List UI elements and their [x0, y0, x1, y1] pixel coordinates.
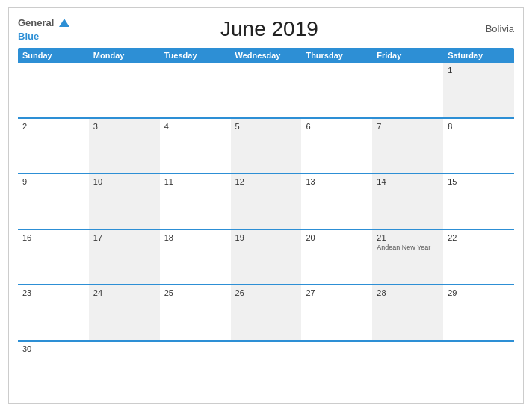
cal-cell-w4-d4: 27: [301, 285, 372, 339]
day-num-11: 11: [164, 177, 226, 186]
header-saturday: Saturday: [443, 48, 514, 63]
day-num-10: 10: [93, 177, 155, 186]
cal-cell-w5-d2: [160, 342, 231, 395]
cal-cell-w0-d0: [18, 63, 89, 117]
cal-cell-w2-d2: 11: [160, 174, 231, 228]
header-thursday: Thursday: [301, 48, 372, 63]
cal-cell-w4-d0: 23: [18, 285, 89, 339]
day-num-2: 2: [22, 122, 84, 131]
cal-cell-w1-d6: 8: [443, 119, 514, 173]
day-num-23: 23: [22, 288, 84, 297]
week-row-3: 161718192021Andean New Year22: [18, 229, 514, 284]
cal-cell-w5-d6: [443, 342, 514, 395]
day-num-15: 15: [448, 177, 510, 186]
day-num-13: 13: [306, 177, 368, 186]
day-num-21: 21: [377, 233, 439, 242]
cal-cell-w5-d0: 30: [18, 342, 89, 395]
cal-cell-w3-d1: 17: [89, 230, 160, 284]
logo-bottom: Blue: [18, 29, 69, 43]
cal-cell-w3-d2: 18: [160, 230, 231, 284]
cal-cell-w1-d2: 4: [160, 119, 231, 173]
cal-cell-w5-d1: [89, 342, 160, 395]
day-num-17: 17: [93, 233, 155, 242]
day-num-28: 28: [377, 288, 439, 297]
event-text: Andean New Year: [377, 244, 439, 251]
header-friday: Friday: [372, 48, 443, 63]
day-headers-row: Sunday Monday Tuesday Wednesday Thursday…: [18, 48, 514, 63]
cal-cell-w0-d5: [372, 63, 443, 117]
cal-cell-w1-d0: 2: [18, 119, 89, 173]
cal-cell-w0-d3: [231, 63, 302, 117]
week-row-0: 1: [18, 63, 514, 117]
cal-cell-w5-d3: [231, 342, 302, 395]
day-num-14: 14: [377, 177, 439, 186]
cal-cell-w3-d3: 19: [231, 230, 302, 284]
cal-cell-w0-d2: [160, 63, 231, 117]
weeks-container: 123456789101112131415161718192021Andean …: [18, 63, 514, 395]
day-num-3: 3: [93, 122, 155, 131]
day-num-24: 24: [93, 288, 155, 297]
cal-cell-w4-d1: 24: [89, 285, 160, 339]
cal-cell-w0-d4: [301, 63, 372, 117]
day-num-16: 16: [22, 233, 84, 242]
header-tuesday: Tuesday: [160, 48, 231, 63]
day-num-22: 22: [448, 233, 510, 242]
cal-cell-w4-d5: 28: [372, 285, 443, 339]
day-num-27: 27: [306, 288, 368, 297]
header-monday: Monday: [89, 48, 160, 63]
logo-top: General: [18, 16, 69, 29]
cal-cell-w2-d1: 10: [89, 174, 160, 228]
cal-cell-w5-d4: [301, 342, 372, 395]
calendar-grid: Sunday Monday Tuesday Wednesday Thursday…: [18, 48, 514, 395]
header-wednesday: Wednesday: [231, 48, 302, 63]
day-num-25: 25: [164, 288, 226, 297]
week-row-4: 23242526272829: [18, 284, 514, 339]
week-row-5: 30: [18, 340, 514, 395]
cal-cell-w3-d4: 20: [301, 230, 372, 284]
day-num-26: 26: [235, 288, 297, 297]
cal-cell-w3-d0: 16: [18, 230, 89, 284]
cal-cell-w2-d6: 15: [443, 174, 514, 228]
logo-blue-text: Blue: [18, 31, 39, 42]
cal-cell-w3-d5: 21Andean New Year: [372, 230, 443, 284]
cal-cell-w2-d0: 9: [18, 174, 89, 228]
day-num-5: 5: [235, 122, 297, 131]
day-num-6: 6: [306, 122, 368, 131]
day-num-18: 18: [164, 233, 226, 242]
day-num-19: 19: [235, 233, 297, 242]
header-sunday: Sunday: [18, 48, 89, 63]
cal-cell-w2-d3: 12: [231, 174, 302, 228]
day-num-4: 4: [164, 122, 226, 131]
day-num-8: 8: [448, 122, 510, 131]
cal-cell-w1-d3: 5: [231, 119, 302, 173]
day-num-30: 30: [22, 344, 84, 353]
logo-general-text: General: [18, 17, 54, 28]
cal-cell-w3-d6: 22: [443, 230, 514, 284]
cal-cell-w1-d5: 7: [372, 119, 443, 173]
day-num-29: 29: [448, 288, 510, 297]
calendar-country: Bolivia: [469, 23, 514, 34]
cal-cell-w1-d1: 3: [89, 119, 160, 173]
cal-cell-w2-d4: 13: [301, 174, 372, 228]
cal-cell-w4-d6: 29: [443, 285, 514, 339]
day-num-12: 12: [235, 177, 297, 186]
logo: General Blue: [18, 16, 69, 42]
cal-cell-w4-d2: 25: [160, 285, 231, 339]
cal-cell-w5-d5: [372, 342, 443, 395]
day-num-1: 1: [448, 66, 510, 75]
cal-cell-w0-d1: [89, 63, 160, 117]
day-num-20: 20: [306, 233, 368, 242]
cal-cell-w4-d3: 26: [231, 285, 302, 339]
cal-cell-w1-d4: 6: [301, 119, 372, 173]
cal-cell-w2-d5: 14: [372, 174, 443, 228]
day-num-7: 7: [377, 122, 439, 131]
calendar-title: June 2019: [69, 17, 469, 41]
calendar: General Blue June 2019 Bolivia Sunday Mo…: [8, 7, 524, 404]
day-num-9: 9: [22, 177, 84, 186]
logo-triangle-icon: [59, 19, 69, 27]
cal-cell-w0-d6: 1: [443, 63, 514, 117]
week-row-1: 2345678: [18, 117, 514, 173]
calendar-header: General Blue June 2019 Bolivia: [18, 16, 514, 42]
week-row-2: 9101112131415: [18, 173, 514, 228]
